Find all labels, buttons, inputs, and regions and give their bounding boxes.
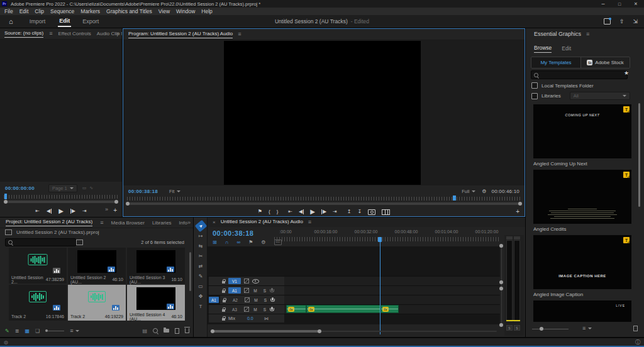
mute-button[interactable]: M [253,298,259,302]
source-zoom-scrollbar[interactable] [5,201,117,203]
tab-sequence[interactable]: Untitled Session 2 (AU Tracks) Audio [221,219,303,226]
libraries-checkbox[interactable] [531,93,538,99]
source-more-buttons-icon[interactable]: » [105,207,108,212]
rectangle-tool[interactable]: ▭ [194,281,208,291]
automate-to-sequence-icon[interactable]: ▤ [142,328,147,334]
go-to-out-button[interactable]: ⇥ [82,209,87,214]
fx-badge[interactable]: fx [308,307,314,312]
track-output-eye-icon[interactable] [252,279,259,284]
new-item-icon[interactable] [633,326,638,331]
sort-icon[interactable]: ≡ [70,328,79,334]
project-item-sequence-selected[interactable]: Untitled Session 4 (AU...46:10 [127,285,185,321]
project-search-input[interactable] [5,238,76,246]
track-target-badge[interactable]: A1 [228,287,241,294]
thumbnail-size-slider[interactable] [532,329,569,329]
info-icon[interactable]: ⓘ [635,339,640,346]
tab-edit[interactable]: Edit [58,16,71,27]
fx-badge[interactable]: fx [288,307,294,312]
tab-info[interactable]: Info [179,220,187,226]
snap-magnet-icon[interactable]: ∩ [225,240,229,245]
freeform-view-icon[interactable]: ❏ [35,328,40,334]
solo-button[interactable]: S [262,289,268,293]
program-add-button-icon[interactable]: + [516,208,519,215]
tab-import[interactable]: Import [30,18,46,25]
add-marker-icon[interactable]: ⚑ [248,240,253,245]
hand-tool[interactable]: ✥ [194,291,208,301]
play-button[interactable]: ▶ [310,209,315,215]
tab-source[interactable]: Source: (no clips) [4,30,43,38]
track-target-badge[interactable]: A3 [228,306,241,312]
tab-libraries[interactable]: Libraries [152,220,172,226]
step-back-button[interactable]: ◀ [47,209,52,214]
template-label[interactable]: Angled Image Caption [533,292,583,297]
timeline-timecode[interactable]: 00:00:38:18 [213,229,253,237]
project-item-sequence[interactable]: Untitled Session 3 (AU...16:10 [127,248,185,284]
adobe-stock-button[interactable]: StAdobe Stock [580,57,630,68]
panel-overflow-icon[interactable]: » [116,31,119,36]
program-zoom-select[interactable]: Fit [169,189,180,194]
new-item-icon[interactable] [175,328,179,334]
linked-selection-icon[interactable]: ∞ [236,240,240,245]
mute-button[interactable]: M [252,289,258,293]
track-target-badge[interactable]: V1 [228,278,241,284]
v-scroll-handle-bottom[interactable] [499,323,503,327]
source-timecode[interactable]: 00:00:00:00 [5,185,35,191]
menu-edit[interactable]: Edit [16,8,32,14]
audio-media-badge[interactable] [53,305,60,311]
track-target-badge[interactable]: A2 [229,297,242,303]
panel-menu-icon[interactable]: ≡ [308,219,311,225]
voiceover-record-icon[interactable] [272,297,274,300]
libraries-select[interactable]: All [570,92,630,100]
drag-video-icon[interactable]: ▭ [82,185,87,190]
my-templates-button[interactable]: My Templates [531,57,580,68]
sequence-badge[interactable] [108,267,115,272]
fx-badge[interactable]: fx [382,307,389,312]
program-timecode[interactable]: 00:00:38:18 [128,189,158,194]
program-playhead[interactable] [453,196,456,201]
project-item-audio[interactable]: Untitled Session 2...47:38259 [9,248,67,284]
drag-audio-icon[interactable]: ∿ [89,185,93,190]
tab-project[interactable]: Project: Untitled Session 2 (AU Tracks) [6,219,92,226]
delete-icon[interactable] [185,328,189,333]
source-zoom-handle-right[interactable] [114,200,118,204]
panel-menu-icon[interactable]: ≡ [49,31,52,36]
menu-clip[interactable]: Clip [31,8,47,14]
menu-help[interactable]: Help [198,8,215,14]
v-scroll-handle-mid2[interactable] [499,287,503,290]
menu-markers[interactable]: Markers [77,8,103,14]
track-lock-icon[interactable] [223,300,226,302]
track-lock-icon[interactable] [222,309,225,312]
project-item-audio-selected[interactable]: Track 246:19229 [68,285,126,321]
sync-lock-icon[interactable] [244,278,249,284]
source-playhead[interactable] [4,194,7,199]
step-back-button[interactable]: ◀ [299,209,304,214]
program-mini-timeline[interactable] [127,197,521,201]
audio-media-badge[interactable] [112,305,119,311]
fullscreen-icon[interactable]: ⇲ [633,18,638,25]
eg-tab-browse[interactable]: Browse [534,45,552,53]
timeline-playhead-head[interactable] [378,237,382,242]
template-thumbnail[interactable]: COMING UP NEXT T [533,104,631,158]
template-label[interactable]: Angled Coming Up Next [533,161,587,167]
program-zoom-scrollbar[interactable] [127,202,521,205]
close-button[interactable]: × [628,1,644,7]
template-thumbnail[interactable]: T [533,170,631,224]
solo-button[interactable]: S [262,307,268,312]
v-scroll-handle-top[interactable] [499,244,503,248]
mix-volume-value[interactable]: 0.0 [247,316,253,321]
maximize-button[interactable]: □ [611,2,628,6]
ripple-edit-tool[interactable]: ⇆ [194,241,208,251]
timeline-h-scroll-thumb[interactable] [213,330,319,333]
lift-button[interactable]: ↥ [347,209,352,214]
tab-effect-controls[interactable]: Effect Controls [58,31,91,36]
type-tool[interactable]: T [194,301,208,311]
add-marker-button[interactable]: ⚑ [258,209,262,214]
new-bin-icon[interactable] [164,329,169,333]
panel-menu-icon[interactable]: ≡ [586,31,589,37]
minimize-button[interactable]: – [595,1,611,7]
extract-button[interactable]: ↧ [357,209,362,214]
step-forward-button[interactable]: ▶ [70,209,75,214]
project-item-sequence[interactable]: Untitled Session 2 (AU...46:10 [68,248,126,284]
export-frame-icon[interactable] [368,209,375,215]
track-lock-icon[interactable] [222,318,225,321]
